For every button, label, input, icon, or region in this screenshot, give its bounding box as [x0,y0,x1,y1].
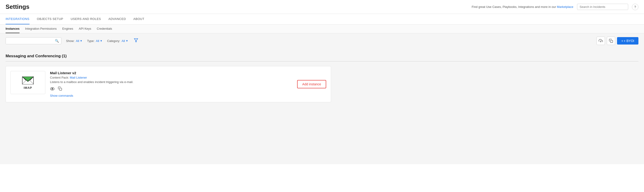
show-value-dropdown[interactable]: All ▼ [76,39,82,43]
sub-nav-engines[interactable]: Engines [62,25,73,33]
upload-button[interactable] [596,37,605,45]
sub-nav-instances[interactable]: Instances [6,25,20,33]
type-label: Type: [87,39,94,43]
card-icon-container: IMAP [10,71,45,94]
nav-item-about[interactable]: ABOUT [134,14,144,24]
view-icon[interactable] [50,87,55,92]
global-search-bar[interactable] [577,4,628,10]
duplicate-icon[interactable] [58,87,62,92]
svg-marker-0 [134,38,138,42]
copy-button[interactable] [607,37,615,45]
svg-point-9 [52,88,53,90]
card-info: Mail Listener v2 Content Pack: Mail List… [50,71,292,97]
filters-right-actions: + + BYOI [596,37,638,45]
nav-item-integrations[interactable]: INTEGRATIONS [6,14,30,24]
global-search-input[interactable] [580,5,626,8]
byoi-button[interactable]: + + BYOI [617,37,638,45]
instance-search-input[interactable]: mail [8,39,54,43]
type-filter: Type: All ▼ [87,39,102,43]
header: Settings Find great Use Cases, Playbooks… [0,0,644,14]
category-filter: Category: All ▼ [107,39,128,43]
show-label: Show: [66,39,74,43]
integration-card: IMAP Mail Listener v2 Content Pack: Mail… [6,66,331,102]
content-area: Messaging and Conferencing (1) IMAP [0,48,644,164]
category-chevron-icon: ▼ [126,39,128,42]
page-title: Settings [6,3,30,10]
nav-item-users-and-roles[interactable]: USERS AND ROLES [71,14,101,24]
integration-description: Listens to a mailbox and enables inciden… [50,80,292,84]
help-button[interactable]: ? [632,4,638,10]
show-commands-link[interactable]: Show commands [50,94,73,97]
marketplace-text: Find great Use Cases, Playbooks, Integra… [472,5,573,8]
byoi-plus-icon: + [621,39,623,43]
category-label: Category: [107,39,120,43]
imap-label: IMAP [24,86,32,90]
type-chevron-icon: ▼ [100,39,102,42]
add-instance-button[interactable]: Add instance [297,80,326,88]
imap-icon: IMAP [22,76,34,90]
instance-search[interactable]: mail 🔍 [6,37,62,44]
category-value-dropdown[interactable]: All ▼ [122,39,128,43]
nav-item-advanced[interactable]: ADVANCED [108,14,126,24]
sub-nav-api-keys[interactable]: API Keys [79,25,91,33]
show-filter: Show: All ▼ [66,39,82,43]
header-right: Find great Use Cases, Playbooks, Integra… [472,4,638,10]
svg-rect-10 [60,88,62,91]
card-actions [50,87,292,92]
integration-name: Mail Listener v2 [50,71,292,75]
filters-bar: mail 🔍 Show: All ▼ Type: All ▼ Category:… [0,33,644,48]
content-pack-link[interactable]: Mail Listener [70,76,87,79]
content-pack-line: Content Pack: Mail Listener [50,76,292,79]
sub-nav: Instances Integration Permissions Engine… [0,25,644,33]
marketplace-link[interactable]: Marketplace [557,5,573,8]
show-chevron-icon: ▼ [80,39,82,42]
sub-nav-credentials[interactable]: Credentials [97,25,112,33]
section-title: Messaging and Conferencing (1) [6,54,638,58]
sub-nav-integration-permissions[interactable]: Integration Permissions [25,25,57,33]
nav-item-objects-setup[interactable]: OBJECTS SETUP [37,14,63,24]
svg-rect-2 [610,40,613,43]
search-icon: 🔍 [55,39,59,43]
top-nav: INTEGRATIONS OBJECTS SETUP USERS AND ROL… [0,14,644,25]
filter-funnel-icon[interactable] [134,38,138,44]
mail-envelope-icon [22,76,34,85]
type-value-dropdown[interactable]: All ▼ [96,39,102,43]
